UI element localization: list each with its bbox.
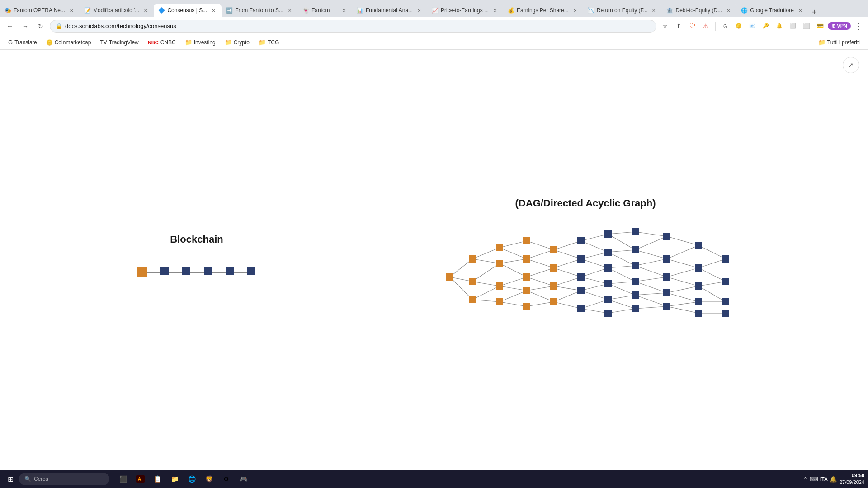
extension2-button[interactable]: 🪙 xyxy=(733,20,745,32)
bookmark-translate[interactable]: G Translate xyxy=(5,38,41,47)
svg-rect-131 xyxy=(695,264,702,272)
tab-close-button[interactable]: ✕ xyxy=(491,7,499,14)
svg-line-14 xyxy=(472,248,500,259)
sidebar-button[interactable]: ⬜ xyxy=(801,20,812,32)
taskbar-app-filemanager[interactable]: 📁 xyxy=(166,471,183,487)
tab-from-fantom[interactable]: ➡️ From Fantom to S... ✕ xyxy=(222,4,298,17)
tab-fantom[interactable]: 👻 Fantom ✕ xyxy=(298,4,352,17)
folder-icon: 📁 xyxy=(259,39,266,46)
brave-shield-button[interactable]: 🛡 xyxy=(686,20,698,32)
wallet-button[interactable]: 💳 xyxy=(814,20,826,32)
svg-line-71 xyxy=(635,282,667,293)
taskbar-app-unknown3[interactable]: 🎮 xyxy=(235,471,251,487)
svg-line-72 xyxy=(635,293,667,295)
svg-rect-97 xyxy=(496,282,503,290)
keyboard-icon[interactable]: ⌨ xyxy=(810,476,818,483)
tab-close-button[interactable]: ✕ xyxy=(68,7,75,14)
svg-rect-128 xyxy=(663,289,670,296)
bookmark-crypto[interactable]: 📁 Crypto xyxy=(221,38,253,47)
tab-modifica[interactable]: 📝 Modifica articolo '... ✕ xyxy=(80,4,154,17)
bookmark-investing[interactable]: 📁 Investing xyxy=(181,38,219,47)
tab-close-button[interactable]: ✕ xyxy=(142,7,149,14)
vpn-badge[interactable]: ⊕ VPN xyxy=(828,22,851,30)
tab-favicon: 📉 xyxy=(588,7,594,14)
svg-line-83 xyxy=(667,306,698,313)
svg-line-81 xyxy=(667,293,698,302)
back-button[interactable]: ← xyxy=(4,20,16,33)
taskbar-app-illustrator[interactable]: Ai xyxy=(132,471,148,487)
svg-rect-132 xyxy=(695,282,702,290)
tab-favicon: 💰 xyxy=(508,7,514,14)
svg-rect-121 xyxy=(632,262,639,269)
taskbar-clock[interactable]: 09:50 27/09/2024 xyxy=(840,472,864,486)
extension4-button[interactable]: 🔑 xyxy=(760,20,772,32)
svg-line-59 xyxy=(608,268,635,282)
reload-button[interactable]: ↻ xyxy=(34,20,47,33)
svg-line-68 xyxy=(635,259,667,266)
tab-close-button[interactable]: ✕ xyxy=(340,7,348,14)
menu-button[interactable]: ⋮ xyxy=(853,20,864,32)
tab-close-button[interactable]: ✕ xyxy=(571,7,579,14)
tab-close-button[interactable]: ✕ xyxy=(210,7,217,14)
svg-line-16 xyxy=(472,263,500,282)
app3-icon: 🎮 xyxy=(240,475,247,483)
tab-consensus[interactable]: 🔷 Consensus | S... ✕ xyxy=(154,4,222,17)
bookmark-tradingview[interactable]: TV TradingView xyxy=(96,38,142,47)
taskbar-app-chrome[interactable]: ⚙ xyxy=(218,471,234,487)
taskbar-search-box[interactable]: 🔍 xyxy=(19,473,109,485)
expand-button[interactable]: ⤢ xyxy=(843,57,859,73)
tab-roe[interactable]: 📉 Return on Equity (F... ✕ xyxy=(583,4,662,17)
svg-rect-9 xyxy=(226,267,234,275)
tab-debt[interactable]: 🏦 Debt-to-Equity (D... ✕ xyxy=(662,4,736,17)
bookmark-star-button[interactable]: ☆ xyxy=(659,20,671,32)
taskbar-app-unknown2[interactable]: 🌐 xyxy=(184,471,200,487)
svg-line-78 xyxy=(667,268,698,277)
tab-close-button[interactable]: ✕ xyxy=(797,7,804,14)
notification-icon[interactable]: 🔔 xyxy=(830,476,837,483)
svg-rect-94 xyxy=(469,296,476,303)
tab-close-button[interactable]: ✕ xyxy=(725,7,732,14)
svg-line-32 xyxy=(527,277,554,286)
tab-close-button[interactable]: ✕ xyxy=(650,7,657,14)
extension3-button[interactable]: 📧 xyxy=(746,20,758,32)
svg-line-60 xyxy=(608,282,635,284)
tab-translate[interactable]: 🌐 Google Traduttore ✕ xyxy=(736,4,808,17)
alert-button[interactable]: ⚠ xyxy=(700,20,712,32)
taskbar-app-unknown1[interactable]: 📋 xyxy=(149,471,165,487)
tab-fantom-opera[interactable]: 🎭 Fantom OPERA Ne... ✕ xyxy=(0,4,80,17)
svg-rect-130 xyxy=(695,242,702,249)
extension5-button[interactable]: 🔔 xyxy=(774,20,785,32)
tab-eps[interactable]: 💰 Earnings Per Share... ✕ xyxy=(503,4,583,17)
taskbar-app-taskview[interactable]: ⬛ xyxy=(115,471,131,487)
taskbar-search-input[interactable] xyxy=(34,476,104,482)
forward-button[interactable]: → xyxy=(19,20,32,33)
bookmark-cnbc[interactable]: NBC CNBC xyxy=(144,38,179,47)
tab-close-button[interactable]: ✕ xyxy=(415,7,423,14)
share-button[interactable]: ⬆ xyxy=(673,20,684,32)
svg-rect-95 xyxy=(496,244,503,251)
tab-fundamental[interactable]: 📊 Fundamental Ana... ✕ xyxy=(352,4,427,17)
svg-line-39 xyxy=(554,268,581,277)
extension6-button[interactable]: ⬜ xyxy=(787,20,799,32)
bookmark-label: Translate xyxy=(14,39,37,46)
address-bar[interactable]: 🔒 docs.soniclabs.com/technology/consensu… xyxy=(50,20,656,33)
bookmark-coinmarketcap[interactable]: 🪙 Coinmarketcap xyxy=(42,38,95,47)
tab-close-button[interactable]: ✕ xyxy=(286,7,293,14)
svg-line-73 xyxy=(635,295,667,306)
svg-rect-119 xyxy=(632,228,639,235)
bookmark-all-favorites[interactable]: 📁 Tutti i preferiti xyxy=(815,38,863,47)
taskbar-app-brave[interactable]: 🦁 xyxy=(201,471,217,487)
svg-line-47 xyxy=(581,259,608,268)
bookmark-tcg[interactable]: 📁 TCG xyxy=(255,38,283,47)
navigation-bar: ← → ↻ 🔒 docs.soniclabs.com/technology/co… xyxy=(0,17,868,35)
svg-line-34 xyxy=(527,291,554,302)
taskbar-apps: ⬛ Ai 📋 📁 🌐 🦁 ⚙ 🎮 xyxy=(115,471,251,487)
extension1-button[interactable]: G xyxy=(719,20,731,32)
svg-rect-93 xyxy=(469,278,476,285)
clock-date: 27/09/2024 xyxy=(840,479,864,486)
tab-pe[interactable]: 📈 Price-to-Earnings ... ✕ xyxy=(427,4,503,17)
windows-start-button[interactable]: ⊞ xyxy=(4,472,17,486)
svg-rect-123 xyxy=(632,291,639,299)
chevron-up-icon[interactable]: ⌃ xyxy=(803,476,808,483)
new-tab-button[interactable]: + xyxy=(808,8,821,17)
